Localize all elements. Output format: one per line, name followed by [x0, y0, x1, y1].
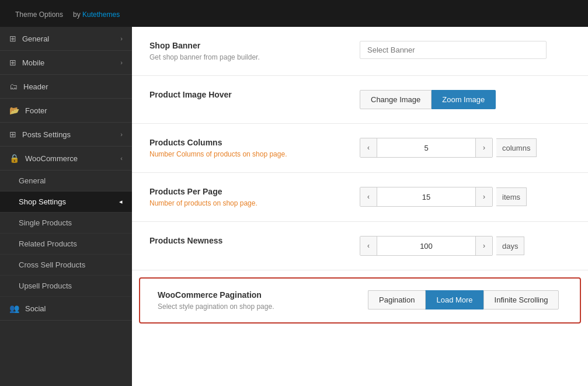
- sidebar-item-label: Posts Settings: [22, 130, 71, 139]
- products-columns-title: Products Columns: [149, 138, 348, 147]
- per-page-stepper: ‹ ›: [360, 187, 493, 207]
- shop-banner-title: Shop Banner: [149, 41, 348, 50]
- newness-increment-button[interactable]: ›: [476, 237, 492, 255]
- sidebar-item-social[interactable]: 👥 Social: [0, 297, 132, 321]
- by-author: by Kutethemes: [69, 11, 120, 19]
- sub-item-label: General: [19, 176, 46, 185]
- columns-stepper: ‹ ›: [360, 138, 493, 158]
- infinite-scrolling-button[interactable]: Infinite Scrolling: [483, 290, 559, 310]
- content-area: Shop Banner Get shop banner from page bu…: [132, 27, 588, 386]
- hover-button-group: Change Image Zoom Image: [360, 90, 496, 109]
- products-columns-label: Products Columns Number Columns of produ…: [149, 138, 348, 158]
- sidebar-item-posts-settings[interactable]: ⊞ Posts Settings ›: [0, 123, 132, 147]
- woocommerce-pagination-section: WooCommerce Pagination Select style pagi…: [139, 277, 581, 324]
- sub-item-label: Shop Settings: [19, 197, 66, 206]
- sidebar-item-label: WooCommerce: [25, 154, 78, 163]
- header-icon: 🗂: [9, 82, 18, 91]
- chevron-right-icon: ›: [120, 59, 123, 66]
- products-per-page-label: Products Per Page Number of products on …: [149, 187, 348, 207]
- sidebar-sub-item-related-products[interactable]: Related Products: [0, 234, 132, 255]
- social-icon: 👥: [9, 304, 19, 313]
- sidebar-item-label: Social: [25, 304, 46, 313]
- sidebar-sub-item-shop-settings[interactable]: Shop Settings ◂: [0, 192, 132, 213]
- app-title: Theme Options by Kutethemes: [12, 8, 120, 20]
- product-image-hover-section: Product Image Hover Change Image Zoom Im…: [132, 76, 588, 124]
- sub-item-label: Related Products: [19, 239, 77, 248]
- sidebar: ⊞ General › ⊞ Mobile › 🗂 Header 📂 Footer…: [0, 27, 132, 386]
- sidebar-item-mobile[interactable]: ⊞ Mobile ›: [0, 51, 132, 75]
- shop-banner-control: [360, 41, 547, 59]
- author-link[interactable]: Kutethemes: [82, 11, 120, 19]
- newness-value-input[interactable]: [377, 237, 476, 255]
- products-columns-description: Number Columns of products on shop page.: [149, 150, 348, 158]
- per-page-decrement-button[interactable]: ‹: [360, 187, 377, 206]
- main-layout: ⊞ General › ⊞ Mobile › 🗂 Header 📂 Footer…: [0, 27, 588, 386]
- products-per-page-control: ‹ › items: [360, 187, 527, 207]
- top-bar: Theme Options by Kutethemes: [0, 0, 588, 27]
- shop-banner-label: Shop Banner Get shop banner from page bu…: [149, 41, 348, 61]
- sidebar-item-label: General: [22, 34, 49, 43]
- pagination-control: Pagination Load More Infinite Scrolling: [368, 290, 559, 310]
- product-image-hover-label: Product Image Hover: [149, 90, 348, 102]
- chevron-right-icon: ›: [120, 35, 123, 42]
- change-image-button[interactable]: Change Image: [360, 90, 432, 109]
- sub-item-label: Upsell Products: [19, 281, 72, 290]
- sidebar-sub-item-cross-sell-products[interactable]: Cross Sell Products: [0, 255, 132, 276]
- sidebar-item-header[interactable]: 🗂 Header: [0, 75, 132, 99]
- sidebar-sub-item-upsell-products[interactable]: Upsell Products: [0, 276, 132, 297]
- zoom-image-button[interactable]: Zoom Image: [432, 90, 496, 109]
- pagination-button-group: Pagination Load More Infinite Scrolling: [368, 290, 559, 310]
- products-newness-section: Products Newness ‹ › days: [132, 222, 588, 270]
- newness-unit-label: days: [496, 237, 524, 255]
- sidebar-item-label: Mobile: [22, 58, 44, 67]
- columns-decrement-button[interactable]: ‹: [360, 138, 377, 157]
- active-indicator-icon: ◂: [119, 198, 123, 206]
- columns-increment-button[interactable]: ›: [476, 138, 492, 157]
- wordpress-icon: ⊞: [9, 34, 16, 43]
- product-image-hover-control: Change Image Zoom Image: [360, 90, 496, 109]
- mobile-icon: ⊞: [9, 58, 16, 67]
- newness-decrement-button[interactable]: ‹: [360, 237, 377, 255]
- products-per-page-title: Products Per Page: [149, 187, 348, 196]
- lock-icon: 🔒: [9, 154, 19, 163]
- columns-unit-label: columns: [496, 138, 537, 157]
- sidebar-item-general[interactable]: ⊞ General ›: [0, 27, 132, 51]
- products-per-page-section: Products Per Page Number of products on …: [132, 173, 588, 222]
- sidebar-sub-item-single-products[interactable]: Single Products: [0, 213, 132, 234]
- sub-item-label: Single Products: [19, 218, 72, 227]
- products-columns-section: Products Columns Number Columns of produ…: [132, 124, 588, 173]
- pagination-title: WooCommerce Pagination: [158, 290, 356, 300]
- posts-icon: ⊞: [9, 130, 16, 139]
- newness-stepper: ‹ ›: [360, 236, 493, 256]
- pagination-label: WooCommerce Pagination Select style pagi…: [158, 290, 356, 311]
- product-image-hover-title: Product Image Hover: [149, 90, 348, 99]
- products-newness-label: Products Newness: [149, 236, 348, 248]
- load-more-button[interactable]: Load More: [425, 290, 483, 310]
- chevron-down-icon: ‹: [120, 155, 123, 162]
- products-newness-title: Products Newness: [149, 236, 348, 245]
- products-columns-control: ‹ › columns: [360, 138, 537, 158]
- sidebar-item-footer[interactable]: 📂 Footer: [0, 99, 132, 123]
- columns-value-input[interactable]: [377, 138, 476, 157]
- shop-banner-description: Get shop banner from page builder.: [149, 53, 348, 61]
- products-per-page-description: Number of products on shop page.: [149, 199, 348, 207]
- chevron-right-icon: ›: [120, 131, 123, 138]
- pagination-description: Select style pagination on shop page.: [158, 302, 356, 311]
- sidebar-item-label: Header: [23, 82, 48, 91]
- footer-icon: 📂: [9, 106, 19, 115]
- sub-item-label: Cross Sell Products: [19, 260, 85, 269]
- banner-input[interactable]: [360, 41, 547, 59]
- title-text: Theme Options: [15, 11, 63, 19]
- per-page-unit-label: items: [496, 187, 527, 206]
- sidebar-sub-item-general[interactable]: General: [0, 171, 132, 192]
- products-newness-control: ‹ › days: [360, 236, 524, 256]
- per-page-value-input[interactable]: [377, 187, 476, 206]
- sidebar-item-woocommerce[interactable]: 🔒 WooCommerce ‹: [0, 147, 132, 171]
- shop-banner-section: Shop Banner Get shop banner from page bu…: [132, 27, 588, 76]
- sidebar-item-label: Footer: [25, 106, 47, 115]
- per-page-increment-button[interactable]: ›: [476, 187, 492, 206]
- pagination-button[interactable]: Pagination: [368, 290, 425, 310]
